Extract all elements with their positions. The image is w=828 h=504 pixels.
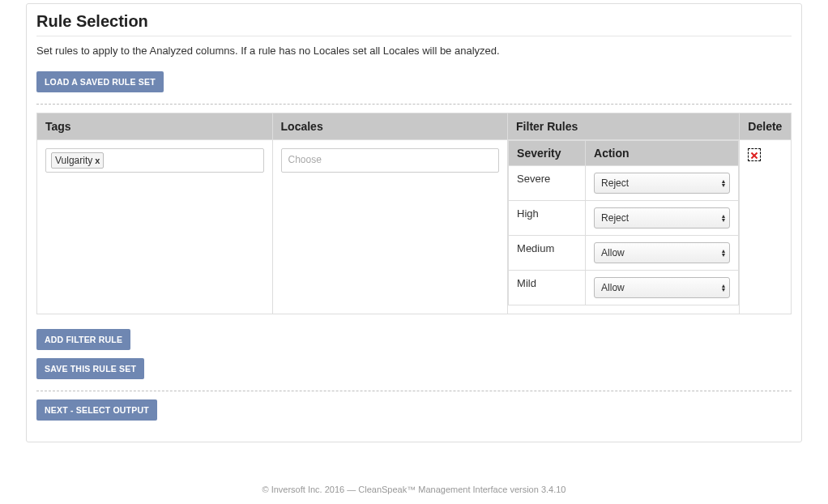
action-cell: RejectAllow▲▼ (586, 236, 739, 271)
filter-rules-table: Severity Action SevereRejectAllow▲▼HighR… (508, 140, 739, 305)
rule-row: Vulgarity x Choose Severity Acti (37, 140, 792, 314)
action-cell: RejectAllow▲▼ (586, 201, 739, 236)
delete-rule-icon[interactable] (748, 148, 761, 161)
footer-text: © Inversoft Inc. 2016 — CleanSpeak™ Mana… (0, 485, 828, 494)
tags-input[interactable]: Vulgarity x (45, 148, 264, 173)
action-select[interactable]: RejectAllow (594, 173, 730, 194)
col-header-locales: Locales (272, 113, 508, 140)
col-header-filter: Filter Rules (508, 113, 740, 140)
save-this-rule-set-button[interactable]: Save This Rule Set (36, 358, 144, 379)
action-select[interactable]: RejectAllow (594, 207, 730, 229)
filter-row: HighRejectAllow▲▼ (509, 201, 739, 236)
filter-row: MediumRejectAllow▲▼ (509, 236, 739, 271)
action-select[interactable]: RejectAllow (594, 242, 730, 263)
divider (36, 36, 792, 36)
page-description: Set rules to apply to the Analyzed colum… (36, 45, 792, 57)
page-title: Rule Selection (36, 12, 792, 31)
severity-cell: Medium (509, 236, 586, 271)
tag-chip: Vulgarity x (51, 152, 104, 169)
filter-header-action: Action (586, 141, 739, 166)
severity-cell: High (509, 201, 586, 236)
dashed-divider-bottom (36, 391, 792, 391)
filter-row: SevereRejectAllow▲▼ (509, 166, 739, 201)
next-select-output-button[interactable]: Next - Select Output (36, 399, 157, 421)
severity-cell: Severe (509, 166, 586, 201)
rule-selection-panel: Rule Selection Set rules to apply to the… (26, 3, 802, 442)
filter-header-severity: Severity (509, 141, 586, 166)
remove-tag-icon[interactable]: x (95, 156, 100, 165)
action-cell: RejectAllow▲▼ (586, 166, 739, 201)
tag-chip-label: Vulgarity (55, 155, 92, 166)
filter-row: MildRejectAllow▲▼ (509, 271, 739, 305)
add-filter-rule-button[interactable]: Add Filter Rule (36, 329, 130, 350)
rules-table: Tags Locales Filter Rules Delete Vulgari… (36, 113, 792, 314)
load-saved-rule-set-button[interactable]: Load a Saved Rule Set (36, 71, 164, 92)
locales-input[interactable]: Choose (281, 148, 500, 173)
col-header-tags: Tags (37, 113, 273, 140)
dashed-divider (36, 104, 792, 105)
severity-cell: Mild (509, 271, 586, 305)
action-select[interactable]: RejectAllow (594, 277, 730, 298)
action-cell: RejectAllow▲▼ (586, 271, 739, 305)
col-header-delete: Delete (740, 113, 792, 140)
